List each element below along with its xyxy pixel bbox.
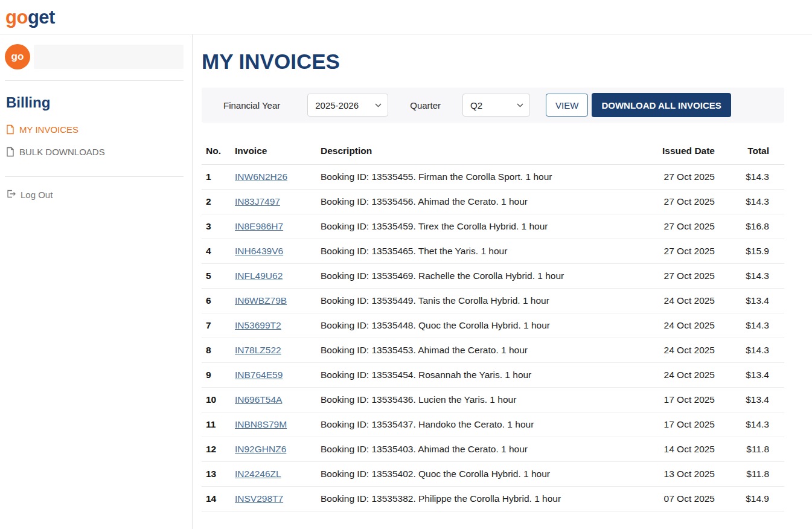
- invoice-description: Booking ID: 13535465. Thet the Yaris. 1 …: [321, 239, 633, 264]
- invoice-total: $13.4: [730, 363, 784, 388]
- invoice-link[interactable]: INB764E59: [235, 370, 283, 380]
- invoice-total: $14.3: [730, 165, 784, 190]
- invoice-description: Booking ID: 13535382. Philippe the Corol…: [321, 487, 633, 511]
- invoice-issued-date: 17 Oct 2025: [633, 388, 730, 412]
- row-number: 11: [202, 412, 235, 437]
- invoice-link[interactable]: IN696T54A: [235, 394, 282, 405]
- goget-logo[interactable]: goget: [5, 8, 55, 27]
- sidebar: go Billing MY INVOICES BUL: [0, 34, 193, 529]
- invoice-link[interactable]: INBN8S79M: [235, 419, 287, 429]
- account-row: go: [5, 44, 184, 69]
- invoice-issued-date: 27 Oct 2025: [633, 190, 730, 214]
- download-all-invoices-button[interactable]: DOWNLOAD ALL INVOICES: [592, 93, 730, 117]
- invoice-total: $11.8: [730, 437, 784, 462]
- column-header-description: Description: [321, 146, 633, 165]
- row-number: 9: [202, 363, 235, 388]
- sidebar-item-my-invoices[interactable]: MY INVOICES: [5, 118, 184, 141]
- invoice-description: Booking ID: 13535453. Ahimad the Cerato.…: [321, 338, 633, 363]
- invoice-description: Booking ID: 13535448. Quoc the Corolla H…: [321, 313, 633, 338]
- logo-get-text: get: [28, 7, 55, 28]
- table-row: 2 IN83J7497 Booking ID: 13535456. Ahimad…: [202, 190, 784, 214]
- row-number: 7: [202, 313, 235, 338]
- invoice-issued-date: 17 Oct 2025: [633, 412, 730, 437]
- column-header-no: No.: [202, 146, 235, 165]
- row-number: 5: [202, 264, 235, 289]
- invoice-total: $14.3: [730, 190, 784, 214]
- invoice-issued-date: 24 Oct 2025: [633, 338, 730, 363]
- table-row: 11 INBN8S79M Booking ID: 13535437. Hando…: [202, 412, 784, 437]
- row-number: 1: [202, 165, 235, 190]
- chevron-down-icon: [517, 103, 523, 107]
- invoice-description: Booking ID: 13535436. Lucien the Yaris. …: [321, 388, 633, 412]
- invoice-description: Booking ID: 13535455. Firman the Corolla…: [321, 165, 633, 190]
- row-number: 13: [202, 462, 235, 487]
- table-row: 7 IN53699T2 Booking ID: 13535448. Quoc t…: [202, 313, 784, 338]
- invoice-issued-date: 07 Oct 2025: [633, 487, 730, 511]
- logout-icon: [6, 189, 16, 200]
- invoice-total: $11.8: [730, 462, 784, 487]
- invoice-total: $14.9: [730, 487, 784, 511]
- sidebar-divider: [5, 176, 184, 177]
- invoice-link[interactable]: IN83J7497: [235, 196, 280, 207]
- table-row: 5 INFL49U62 Booking ID: 13535469. Rachel…: [202, 264, 784, 289]
- invoice-link[interactable]: IN78LZ522: [235, 345, 281, 355]
- chevron-down-icon: [375, 103, 382, 107]
- financial-year-selected-value: 2025-2026: [315, 100, 359, 111]
- sidebar-item-label: MY INVOICES: [19, 124, 78, 135]
- invoice-issued-date: 14 Oct 2025: [633, 437, 730, 462]
- invoice-link[interactable]: INH6439V6: [235, 246, 283, 256]
- invoice-description: Booking ID: 13535456. Ahimad the Cerato.…: [321, 190, 633, 214]
- invoice-issued-date: 27 Oct 2025: [633, 165, 730, 190]
- table-row: 12 IN92GHNZ6 Booking ID: 13535403. Ahima…: [202, 437, 784, 462]
- invoice-link[interactable]: IN24246ZL: [235, 469, 281, 479]
- invoice-total: $16.8: [730, 214, 784, 239]
- invoice-description: Booking ID: 13535403. Ahimad the Cerato.…: [321, 437, 633, 462]
- invoice-issued-date: 27 Oct 2025: [633, 239, 730, 264]
- table-row: 8 IN78LZ522 Booking ID: 13535453. Ahimad…: [202, 338, 784, 363]
- invoice-link[interactable]: INW6N2H26: [235, 172, 287, 182]
- invoice-total: $14.3: [730, 264, 784, 289]
- billing-section-title: Billing: [6, 94, 184, 111]
- row-number: 14: [202, 487, 235, 511]
- table-row: 9 INB764E59 Booking ID: 13535454. Rosann…: [202, 363, 784, 388]
- invoice-description: Booking ID: 13535402. Quoc the Corolla H…: [321, 462, 633, 487]
- financial-year-label: Financial Year: [223, 100, 280, 111]
- invoice-issued-date: 24 Oct 2025: [633, 363, 730, 388]
- invoices-table: No. Invoice Description Issued Date Tota…: [202, 146, 784, 511]
- quarter-select[interactable]: Q2: [462, 94, 530, 117]
- invoice-issued-date: 27 Oct 2025: [633, 214, 730, 239]
- logout-label: Log Out: [21, 190, 53, 200]
- row-number: 8: [202, 338, 235, 363]
- invoice-link[interactable]: IN8E986H7: [235, 221, 283, 231]
- sidebar-divider: [5, 80, 184, 81]
- main-content: MY INVOICES Financial Year 2025-2026 Qua…: [193, 34, 812, 529]
- invoice-link[interactable]: IN6WBZ79B: [235, 295, 287, 306]
- row-number: 3: [202, 214, 235, 239]
- table-row: 14 INSV298T7 Booking ID: 13535382. Phili…: [202, 487, 784, 511]
- invoice-total: $13.4: [730, 289, 784, 313]
- invoice-total: $13.4: [730, 388, 784, 412]
- invoice-link[interactable]: INFL49U62: [235, 271, 283, 281]
- invoice-link[interactable]: IN53699T2: [235, 320, 281, 330]
- view-button[interactable]: VIEW: [546, 94, 588, 117]
- layout: go Billing MY INVOICES BUL: [0, 34, 812, 529]
- logout-button[interactable]: Log Out: [5, 189, 184, 200]
- row-number: 6: [202, 289, 235, 313]
- row-number: 2: [202, 190, 235, 214]
- invoice-description: Booking ID: 13535459. Tirex the Corolla …: [321, 214, 633, 239]
- quarter-label: Quarter: [410, 100, 441, 111]
- invoice-issued-date: 27 Oct 2025: [633, 264, 730, 289]
- table-row: 10 IN696T54A Booking ID: 13535436. Lucie…: [202, 388, 784, 412]
- invoice-link[interactable]: INSV298T7: [235, 493, 283, 504]
- table-row: 3 IN8E986H7 Booking ID: 13535459. Tirex …: [202, 214, 784, 239]
- invoice-issued-date: 24 Oct 2025: [633, 313, 730, 338]
- sidebar-item-bulk-downloads[interactable]: BULK DOWNLOADS: [5, 141, 184, 163]
- financial-year-select[interactable]: 2025-2026: [307, 94, 388, 117]
- row-number: 4: [202, 239, 235, 264]
- invoice-link[interactable]: IN92GHNZ6: [235, 444, 286, 454]
- avatar: go: [5, 44, 30, 69]
- invoice-total: $14.3: [730, 313, 784, 338]
- filter-bar: Financial Year 2025-2026 Quarter Q2 VIEW…: [202, 88, 784, 123]
- invoice-issued-date: 24 Oct 2025: [633, 289, 730, 313]
- download-document-icon: [6, 147, 14, 157]
